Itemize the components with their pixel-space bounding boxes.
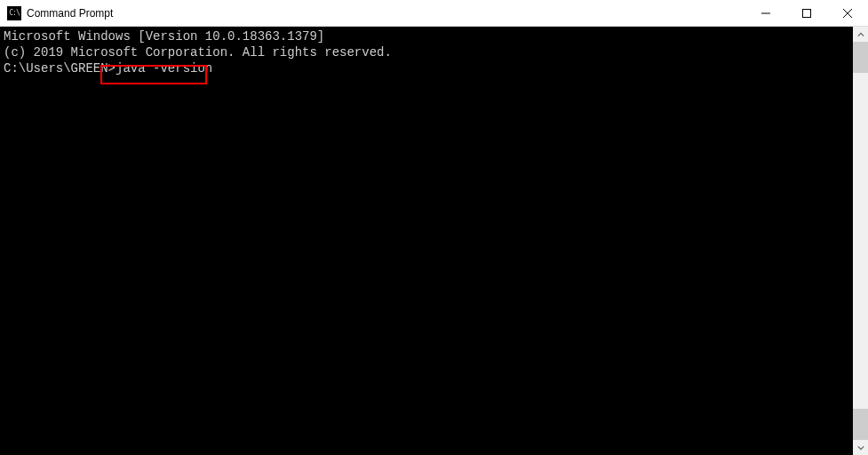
terminal[interactable]: Microsoft Windows [Version 10.0.18363.13… bbox=[0, 27, 853, 455]
scrollbar-thumb[interactable] bbox=[853, 409, 868, 440]
maximize-button[interactable] bbox=[786, 0, 827, 26]
scrollbar-thumb[interactable] bbox=[853, 42, 868, 73]
minimize-button[interactable] bbox=[745, 0, 786, 26]
window-title: Command Prompt bbox=[27, 7, 745, 20]
close-icon bbox=[843, 9, 852, 18]
close-button[interactable] bbox=[827, 0, 868, 26]
scrollbar-track[interactable] bbox=[853, 42, 868, 440]
maximize-icon bbox=[802, 9, 811, 18]
cmd-icon-glyph: C:\ bbox=[9, 10, 19, 17]
terminal-command: java -version bbox=[115, 61, 212, 76]
terminal-container: Microsoft Windows [Version 10.0.18363.13… bbox=[0, 27, 868, 455]
vertical-scrollbar[interactable] bbox=[853, 27, 868, 455]
chevron-up-icon bbox=[857, 31, 864, 38]
svg-rect-1 bbox=[803, 9, 811, 17]
chevron-down-icon bbox=[857, 444, 864, 451]
terminal-output-line: Microsoft Windows [Version 10.0.18363.13… bbox=[4, 28, 849, 44]
scroll-down-button[interactable] bbox=[853, 440, 868, 455]
scroll-up-button[interactable] bbox=[853, 27, 868, 42]
cmd-icon: C:\ bbox=[7, 6, 21, 20]
window-controls bbox=[745, 0, 868, 26]
terminal-prompt: C:\Users\GREEN> bbox=[4, 61, 115, 76]
titlebar: C:\ Command Prompt bbox=[0, 0, 868, 27]
terminal-output-line: (c) 2019 Microsoft Corporation. All righ… bbox=[4, 44, 849, 60]
minimize-icon bbox=[761, 9, 770, 18]
